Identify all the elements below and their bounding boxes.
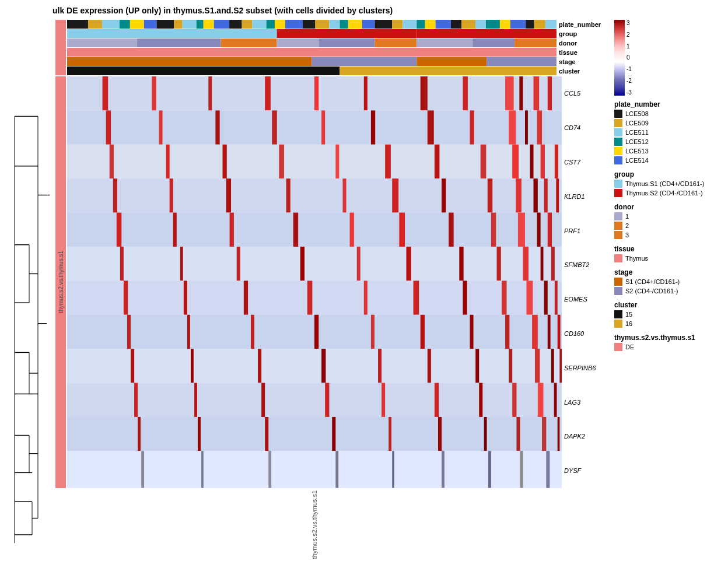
svg-rect-222: [488, 451, 491, 488]
annotation-row-tissue: tissue: [67, 48, 606, 57]
svg-rect-110: [223, 145, 227, 178]
svg-rect-121: [113, 178, 117, 212]
svg-rect-170: [127, 315, 131, 349]
svg-rect-66: [67, 38, 137, 47]
tissue-text-thymus: Thymus: [625, 255, 648, 262]
gene-label-prf1: PRF1: [564, 213, 606, 248]
svg-rect-78: [487, 57, 556, 66]
svg-rect-93: [534, 76, 540, 110]
cluster-swatch-15: [614, 310, 622, 318]
bottom-section: thymus.s2.vs.thymus.s1: [55, 490, 606, 576]
svg-rect-96: [106, 110, 111, 144]
svg-rect-25: [88, 20, 102, 29]
plate-item-lce511: LCE511: [614, 128, 722, 136]
svg-rect-154: [523, 247, 528, 281]
cluster-legend-section: cluster 15 16: [614, 301, 722, 329]
svg-rect-137: [293, 213, 298, 247]
svg-rect-182: [131, 349, 134, 383]
svg-rect-164: [463, 281, 467, 314]
group-item-s1: Thymus.S1 (CD4+/CD161-): [614, 180, 722, 188]
svg-rect-116: [512, 145, 519, 178]
tick-3: 3: [626, 20, 632, 26]
svg-rect-126: [392, 178, 398, 212]
svg-rect-155: [541, 247, 544, 281]
svg-rect-200: [479, 383, 482, 417]
svg-rect-53: [436, 20, 451, 29]
gene-label-klrd1: KLRD1: [564, 179, 606, 213]
svg-rect-153: [497, 247, 501, 281]
donor-legend-title: donor: [614, 203, 722, 211]
svg-rect-183: [191, 349, 194, 383]
plate-item-lce514: LCE514: [614, 156, 722, 164]
svg-rect-161: [307, 281, 312, 314]
svg-rect-172: [251, 315, 254, 349]
gene-label-lag3: LAG3: [564, 385, 606, 419]
svg-rect-64: [277, 29, 417, 38]
cluster-text-16: 16: [625, 320, 632, 327]
stage-swatch-s2: [614, 287, 622, 295]
svg-rect-60: [526, 20, 534, 29]
donor-item-2: 2: [614, 222, 722, 230]
gene-label-cd74: CD74: [564, 111, 606, 145]
svg-rect-221: [442, 451, 444, 488]
svg-rect-134: [117, 213, 121, 247]
donor-swatch-3: [614, 231, 622, 239]
annotation-row-stage: stage: [67, 57, 606, 66]
svg-rect-216: [141, 451, 144, 488]
svg-rect-95: [67, 110, 562, 144]
svg-rect-49: [392, 20, 402, 29]
donor-text-1: 1: [625, 213, 629, 220]
donor-item-3: 3: [614, 231, 722, 239]
svg-rect-113: [385, 145, 391, 178]
svg-rect-63: [67, 29, 277, 38]
tissue-legend-section: tissue Thymus: [614, 245, 722, 264]
svg-rect-27: [120, 20, 130, 29]
svg-rect-45: [340, 20, 348, 29]
svg-rect-55: [461, 20, 475, 29]
plate-item-lce508: LCE508: [614, 110, 722, 118]
cluster-legend-title: cluster: [614, 301, 722, 309]
svg-rect-122: [170, 178, 173, 212]
svg-rect-175: [421, 315, 425, 349]
bottom-heatmap-label: thymus.s2.vs.thymus.s1: [311, 490, 318, 559]
cluster-item-15: 15: [614, 310, 722, 318]
plate-swatch-lce514: [614, 156, 622, 164]
svg-rect-115: [481, 145, 487, 178]
plate-text-lce511: LCE511: [625, 129, 649, 136]
svg-rect-114: [435, 145, 439, 178]
svg-rect-192: [559, 349, 562, 383]
tick-2: 2: [626, 31, 632, 38]
group-item-s2: Thymus.S2 (CD4-/CD161-): [614, 189, 722, 197]
plate-legend-section: plate_number LCE508 LCE509 LCE511 LCE512: [614, 100, 722, 166]
content-area: plate_number group: [6, 20, 722, 576]
dendrogram-svg: [6, 96, 55, 576]
svg-rect-85: [208, 76, 212, 110]
svg-rect-184: [258, 349, 261, 383]
svg-rect-148: [237, 247, 240, 281]
svg-rect-99: [272, 110, 276, 144]
gene-labels: CCL5 CD74 CST7 KLRD1 PRF1 SFMBT2 EOMES C…: [562, 76, 606, 488]
stage-bar: [67, 57, 556, 66]
svg-rect-191: [551, 349, 554, 383]
svg-rect-112: [335, 145, 339, 178]
tick-neg1: -1: [626, 66, 632, 72]
svg-rect-201: [512, 383, 516, 417]
svg-rect-131: [544, 178, 548, 212]
annotation-row-group: group: [67, 29, 606, 38]
gene-label-eomes: EOMES: [564, 282, 606, 317]
svg-rect-209: [388, 417, 391, 451]
svg-rect-38: [253, 20, 267, 29]
tick-1: 1: [626, 43, 632, 50]
svg-rect-199: [435, 383, 439, 417]
svg-rect-39: [267, 20, 275, 29]
svg-rect-35: [214, 20, 229, 29]
gradient-container: [614, 20, 625, 96]
de-legend-section: thymus.s2.vs.thymus.s1 DE: [614, 334, 722, 352]
svg-rect-100: [321, 110, 325, 144]
svg-rect-31: [174, 20, 182, 29]
svg-rect-76: [312, 57, 417, 66]
stage-legend-section: stage S1 (CD4+/CD161-) S2 (CD4-/CD161-): [614, 268, 722, 296]
cluster-label: cluster: [559, 68, 606, 75]
svg-rect-178: [532, 315, 538, 349]
group-swatch-s2: [614, 189, 622, 197]
